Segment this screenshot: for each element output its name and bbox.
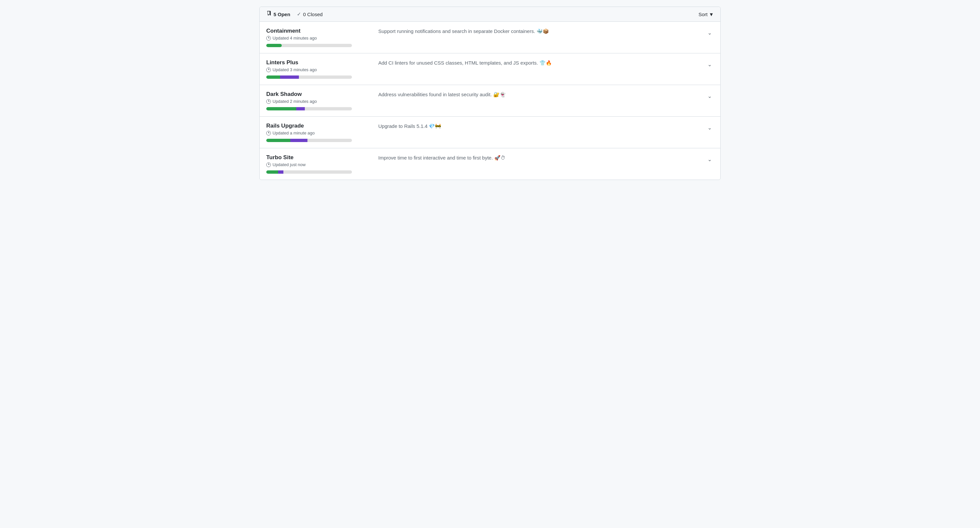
milestone-description-3: Upgrade to Rails 5.1.4 💎🚧 [372, 122, 700, 129]
progress-green-1 [266, 75, 280, 79]
milestone-updated-1: Updated 3 minutes ago [266, 67, 372, 72]
milestone-right-1: ⌄ [700, 59, 714, 68]
clock-icon-3 [266, 131, 271, 135]
milestone-right-4: ⌄ [700, 154, 714, 163]
milestones-list: Containment Updated 4 minutes ago Suppor… [260, 22, 720, 180]
sort-chevron-icon: ▼ [709, 11, 714, 17]
progress-green-2 [266, 107, 296, 110]
milestone-description-1: Add CI linters for unused CSS classes, H… [372, 59, 700, 66]
closed-milestones-filter[interactable]: ✓ 0 Closed [297, 11, 323, 17]
milestone-description-0: Support running notifications and search… [372, 28, 700, 34]
milestone-right-2: ⌄ [700, 91, 714, 100]
milestones-header: 5 Open ✓ 0 Closed Sort ▼ [260, 7, 720, 22]
milestone-row: Linters Plus Updated 3 minutes ago Add C… [260, 53, 720, 85]
updated-text-4: Updated just now [272, 162, 305, 167]
progress-green-0 [266, 44, 282, 47]
closed-count-label: 0 Closed [303, 11, 323, 17]
progress-purple-4 [278, 170, 283, 174]
sort-button[interactable]: Sort ▼ [698, 11, 714, 17]
clock-icon-4 [266, 162, 271, 167]
progress-purple-3 [290, 139, 307, 142]
milestone-updated-4: Updated just now [266, 162, 372, 167]
milestone-expand-button-4[interactable]: ⌄ [705, 156, 714, 163]
progress-bar-3 [266, 139, 352, 142]
milestone-right-0: ⌄ [700, 28, 714, 37]
milestone-title-2: Dark Shadow [266, 91, 372, 97]
check-icon: ✓ [297, 11, 301, 17]
clock-icon-0 [266, 36, 271, 41]
progress-bar-0 [266, 44, 352, 47]
milestone-title-4: Turbo Site [266, 154, 372, 161]
milestone-title-0: Containment [266, 28, 372, 34]
milestone-row: Containment Updated 4 minutes ago Suppor… [260, 22, 720, 53]
progress-purple-2 [296, 107, 305, 110]
milestone-expand-button-3[interactable]: ⌄ [705, 124, 714, 132]
header-left: 5 Open ✓ 0 Closed [266, 11, 323, 17]
open-count-label: 5 Open [274, 11, 290, 17]
milestone-updated-3: Updated a minute ago [266, 130, 372, 135]
milestone-updated-0: Updated 4 minutes ago [266, 36, 372, 41]
progress-green-4 [266, 170, 278, 174]
milestone-description-4: Improve time to first interactive and ti… [372, 154, 700, 161]
clock-icon-2 [266, 99, 271, 104]
milestone-right-3: ⌄ [700, 122, 714, 132]
milestone-left-1: Linters Plus Updated 3 minutes ago [266, 59, 372, 79]
updated-text-1: Updated 3 minutes ago [272, 67, 317, 72]
updated-text-3: Updated a minute ago [272, 130, 315, 135]
sort-label: Sort [698, 11, 708, 17]
progress-bar-1 [266, 75, 352, 79]
milestone-left-4: Turbo Site Updated just now [266, 154, 372, 174]
updated-text-2: Updated 2 minutes ago [272, 99, 317, 104]
milestone-expand-button-0[interactable]: ⌄ [705, 29, 714, 37]
milestone-title-1: Linters Plus [266, 59, 372, 66]
milestone-left-2: Dark Shadow Updated 2 minutes ago [266, 91, 372, 110]
clock-icon-1 [266, 68, 271, 72]
milestone-left-0: Containment Updated 4 minutes ago [266, 28, 372, 47]
progress-purple-1 [280, 75, 299, 79]
milestone-expand-button-1[interactable]: ⌄ [705, 60, 714, 68]
progress-bar-4 [266, 170, 352, 174]
open-milestones-filter[interactable]: 5 Open [266, 11, 290, 17]
milestone-icon [266, 11, 272, 17]
milestone-expand-button-2[interactable]: ⌄ [705, 92, 714, 100]
milestone-row: Dark Shadow Updated 2 minutes ago Addres… [260, 85, 720, 117]
milestone-updated-2: Updated 2 minutes ago [266, 99, 372, 104]
milestone-row: Turbo Site Updated just now Improve time… [260, 148, 720, 180]
milestone-title-3: Rails Upgrade [266, 122, 372, 129]
progress-bar-2 [266, 107, 352, 110]
milestone-description-2: Address vulnerabilities found in latest … [372, 91, 700, 97]
progress-green-3 [266, 139, 290, 142]
milestone-left-3: Rails Upgrade Updated a minute ago [266, 122, 372, 142]
milestones-container: 5 Open ✓ 0 Closed Sort ▼ Containment Upd… [259, 6, 721, 180]
milestone-row: Rails Upgrade Updated a minute ago Upgra… [260, 117, 720, 148]
updated-text-0: Updated 4 minutes ago [272, 36, 317, 41]
